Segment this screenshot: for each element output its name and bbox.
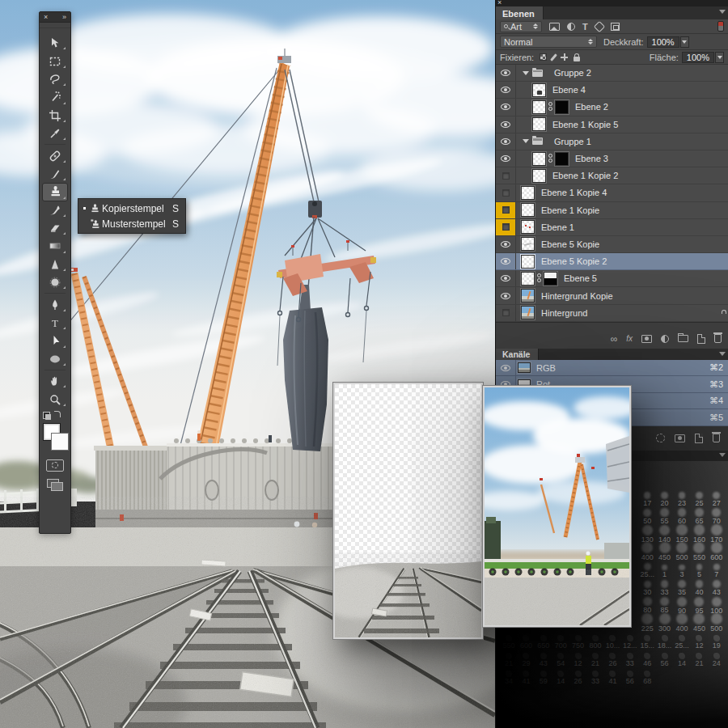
mask-link-icon[interactable] xyxy=(548,102,553,112)
layer-thumbnail[interactable] xyxy=(521,306,535,320)
layer-row-gruppe-2[interactable]: Gruppe 2 xyxy=(496,65,728,82)
channel-row-RGB[interactable]: RGB⌘2 xyxy=(496,360,728,377)
visibility-checkbox[interactable] xyxy=(496,167,516,184)
filter-type-layers-icon[interactable]: T xyxy=(582,23,588,31)
brush-preset[interactable]: 85 xyxy=(656,597,673,615)
brush-preset[interactable]: 550 xyxy=(501,633,518,650)
menu-item-kopierstempel[interactable]: Kopierstempel S xyxy=(78,201,185,216)
brush-preset[interactable]: 41 xyxy=(518,668,535,686)
brush-preset[interactable]: 400 xyxy=(674,615,691,633)
brush-preset[interactable]: 21 xyxy=(501,650,518,668)
tool-eyedropper[interactable] xyxy=(42,125,68,142)
brush-preset[interactable]: 14 xyxy=(552,668,569,686)
visibility-checkbox[interactable] xyxy=(496,305,516,321)
delete-icon[interactable] xyxy=(713,434,720,442)
tool-brush[interactable] xyxy=(42,165,68,183)
brush-preset[interactable]: 56 xyxy=(621,668,638,686)
brush-preset[interactable]: 40 xyxy=(691,579,708,597)
brush-preset[interactable]: 30 xyxy=(639,579,656,597)
layer-thumbnail[interactable] xyxy=(532,83,546,97)
link-icon[interactable]: ∞ xyxy=(611,335,618,343)
brush-preset[interactable]: 68 xyxy=(639,668,656,686)
layer-thumbnail[interactable] xyxy=(521,289,535,303)
brush-preset[interactable]: 50 xyxy=(639,508,656,526)
brush-preset[interactable]: 21 xyxy=(691,650,708,668)
brush-preset[interactable]: 17 xyxy=(639,490,656,508)
brush-preset[interactable]: 80 xyxy=(639,597,656,615)
layer-name[interactable]: Ebene 1 Kopie 2 xyxy=(552,171,618,180)
toolbar-close-icon[interactable]: × xyxy=(44,13,48,21)
layer-name[interactable]: Hintergrund xyxy=(541,308,587,318)
group-icon[interactable] xyxy=(678,335,688,342)
visibility-checkbox[interactable] xyxy=(496,184,516,201)
layer-thumbnail[interactable] xyxy=(521,186,535,200)
tool-crop[interactable] xyxy=(42,107,68,125)
opacity-dropdown-arrow[interactable] xyxy=(680,36,689,48)
layer-row-ebene-3[interactable]: Ebene 3 xyxy=(496,150,728,167)
brush-preset[interactable]: 95 xyxy=(691,597,708,615)
layer-thumbnail[interactable] xyxy=(521,220,535,234)
brush-preset[interactable]: 27 xyxy=(708,490,725,508)
layer-row-ebene-1-kopie[interactable]: Ebene 1 Kopie xyxy=(496,202,728,219)
tool-healing-brush[interactable] xyxy=(42,146,68,164)
brush-preset[interactable]: 12 xyxy=(569,650,586,668)
group-expand-caret[interactable] xyxy=(523,139,529,143)
menu-item-musterstempel[interactable]: Musterstempel S xyxy=(78,216,185,231)
brush-preset[interactable]: 140 xyxy=(656,526,673,544)
brush-preset[interactable]: 20 xyxy=(656,490,673,508)
filter-toggle-switch[interactable] xyxy=(717,21,724,32)
tool-type[interactable]: T xyxy=(42,314,68,332)
brush-preset[interactable]: 650 xyxy=(535,633,552,650)
tab-ebenen[interactable]: Ebenen xyxy=(496,6,544,19)
filter-shape-layers-icon[interactable] xyxy=(594,20,605,32)
brush-preset[interactable]: 43 xyxy=(708,579,725,597)
layer-name[interactable]: Hintergrund Kopie xyxy=(541,291,613,301)
brush-preset[interactable]: 33 xyxy=(621,650,638,668)
toolbar-collapse-icon[interactable]: » xyxy=(62,13,66,21)
brush-preset[interactable]: 170 xyxy=(708,526,725,544)
brush-preset[interactable]: 46 xyxy=(639,650,656,668)
effects-icon[interactable]: fx xyxy=(626,335,633,343)
brush-preset[interactable]: 500 xyxy=(708,615,725,633)
background-color-swatch[interactable] xyxy=(51,433,69,451)
brush-preset[interactable]: 18... xyxy=(656,633,673,650)
layer-name[interactable]: Ebene 5 xyxy=(564,273,597,283)
brush-preset[interactable]: 14 xyxy=(674,650,691,668)
layer-thumbnail[interactable] xyxy=(532,117,546,131)
layer-row-ebene-1-kopie-5[interactable]: Ebene 1 Kopie 5 xyxy=(496,116,728,133)
brush-preset[interactable]: 19 xyxy=(708,633,725,650)
visibility-eye-toggle[interactable] xyxy=(496,360,516,376)
brush-preset[interactable]: 100 xyxy=(708,597,725,615)
brush-preset[interactable]: 33 xyxy=(587,668,604,686)
brush-preset[interactable]: 12 xyxy=(691,633,708,650)
brush-preset[interactable]: 7 xyxy=(708,561,725,579)
brush-preset[interactable]: 24 xyxy=(708,650,725,668)
visibility-eye-toggle[interactable] xyxy=(496,99,516,115)
brush-preset[interactable]: 70 xyxy=(708,508,725,526)
layer-thumbnail[interactable] xyxy=(521,255,535,269)
brush-preset[interactable]: 10... xyxy=(604,633,621,650)
brush-preset[interactable]: 800 xyxy=(587,633,604,650)
brush-preset[interactable]: 600 xyxy=(708,544,725,561)
layer-name[interactable]: Ebene 2 xyxy=(575,102,608,112)
fill-value[interactable]: 100% xyxy=(682,52,714,63)
tool-direct-select[interactable] xyxy=(42,332,68,349)
layer-thumbnail[interactable] xyxy=(532,152,546,166)
adjustment-icon[interactable] xyxy=(661,335,669,343)
tool-ellipse[interactable] xyxy=(42,350,68,368)
layer-row-ebene-4[interactable]: Ebene 4 xyxy=(496,82,728,99)
brush-preset[interactable]: 750 xyxy=(569,633,586,650)
tool-lasso[interactable] xyxy=(42,70,68,88)
visibility-eye-toggle[interactable] xyxy=(496,287,516,303)
brush-preset[interactable]: 700 xyxy=(552,633,569,650)
layer-thumbnail[interactable] xyxy=(521,203,535,217)
tool-rect-marquee[interactable] xyxy=(42,52,68,70)
tool-hand[interactable] xyxy=(42,372,68,390)
layer-row-gruppe-1[interactable]: Gruppe 1 xyxy=(496,133,728,150)
brush-preset[interactable]: 5 xyxy=(691,561,708,579)
blend-mode-dropdown[interactable]: Normal xyxy=(500,36,597,48)
brush-preset[interactable]: 54 xyxy=(552,650,569,668)
layer-mask-thumbnail[interactable] xyxy=(555,100,569,114)
brush-preset[interactable]: 21 xyxy=(587,650,604,668)
tool-magic-wand[interactable] xyxy=(42,88,68,106)
